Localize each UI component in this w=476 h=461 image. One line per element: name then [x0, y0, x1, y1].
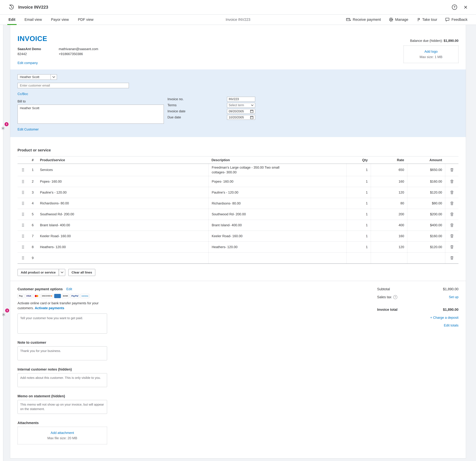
drag-handle[interactable] [17, 164, 28, 176]
history-icon[interactable] [8, 4, 14, 10]
qty-cell[interactable]: 1 [347, 198, 371, 209]
drag-handle[interactable] [17, 242, 28, 252]
description-cell[interactable]: Pauline's - 120.00 [208, 187, 347, 198]
drag-handle[interactable] [17, 187, 28, 198]
customer-email-input[interactable] [17, 83, 129, 88]
rate-cell[interactable]: 80 [371, 198, 407, 209]
description-cell[interactable] [208, 253, 347, 263]
rate-cell[interactable]: 400 [371, 220, 407, 230]
qty-cell[interactable]: 1 [347, 176, 371, 187]
rate-cell[interactable] [371, 253, 407, 263]
note-to-customer-textarea[interactable]: Thank you for your business. [17, 346, 107, 360]
add-attachment-dropzone[interactable]: Add attachment Max file size: 20 MB [17, 427, 107, 444]
add-attachment-link[interactable]: Add attachment [51, 431, 74, 435]
description-cell[interactable]: Southwood Rd- 200.00 [208, 209, 347, 220]
description-cell[interactable]: Richardsons- 80.00 [208, 198, 347, 209]
description-cell[interactable]: Keeler Road- 160.00 [208, 231, 347, 242]
add-logo-link[interactable]: Add logo [424, 50, 438, 54]
annotation-badge[interactable]: 3 [1, 122, 8, 130]
delete-row-button[interactable] [445, 198, 459, 209]
rate-cell[interactable]: 120 [371, 242, 407, 252]
product-cell[interactable]: Brant Island- 400.00 [37, 220, 208, 230]
amount-cell[interactable]: $120.00 [407, 187, 445, 198]
product-cell[interactable]: Keeler Road- 160.00 [37, 231, 208, 242]
charge-deposit-link[interactable]: + Charge a deposit [430, 316, 459, 320]
product-cell[interactable]: Popes- 160.00 [37, 176, 208, 187]
customer-select-value[interactable]: Heather Scott [17, 74, 51, 80]
amount-cell[interactable]: $400.00 [407, 220, 445, 230]
delete-row-button[interactable] [445, 176, 459, 187]
terms-select[interactable]: Select term [227, 103, 255, 108]
description-cell[interactable]: Freedman's Large cottage - 350.00 Two sm… [208, 164, 347, 176]
add-product-button[interactable]: Add product or service [17, 269, 59, 276]
tab-pdf-view[interactable]: PDF view [78, 15, 94, 25]
manage-button[interactable]: Manage [389, 17, 408, 22]
product-cell[interactable]: Services [37, 164, 208, 176]
add-product-dropdown-chevron-icon[interactable] [59, 269, 65, 276]
memo-textarea[interactable]: This memo will not show up on your invoi… [17, 400, 107, 414]
invoice-date-input[interactable]: 09/20/2005 [227, 109, 255, 114]
tab-email-view[interactable]: Email view [25, 15, 42, 25]
edit-company-link[interactable]: Edit company [17, 61, 38, 65]
edit-payment-options-link[interactable]: Edit [66, 287, 72, 291]
amount-cell[interactable]: $160.00 [407, 231, 445, 242]
edit-totals-link[interactable]: Edit totals [444, 323, 459, 327]
rate-cell[interactable]: 650 [371, 164, 407, 176]
sales-tax-setup-link[interactable]: Set up [449, 295, 459, 299]
qty-cell[interactable]: 1 [347, 164, 371, 176]
qty-cell[interactable]: 1 [347, 231, 371, 242]
drag-handle[interactable] [17, 253, 28, 263]
product-cell[interactable]: Richardsons- 80.00 [37, 198, 208, 209]
qty-cell[interactable] [347, 253, 371, 263]
drag-handle[interactable] [17, 198, 28, 209]
payment-message-textarea[interactable] [17, 313, 107, 334]
description-cell[interactable]: Brant Island- 400.00 [208, 220, 347, 230]
annotation-badge[interactable]: 3 [2, 309, 9, 316]
close-icon[interactable]: × [464, 4, 468, 10]
qty-cell[interactable]: 1 [347, 242, 371, 252]
qty-cell[interactable]: 1 [347, 220, 371, 230]
description-cell[interactable]: Heathers- 120.00 [208, 242, 347, 252]
tab-payor-view[interactable]: Payor view [51, 15, 69, 25]
edit-customer-link[interactable]: Edit Customer [17, 128, 39, 131]
help-icon[interactable]: ? [452, 5, 457, 10]
amount-cell[interactable]: $200.00 [407, 209, 445, 220]
activate-payments-link[interactable]: Activate payments [35, 306, 64, 310]
delete-row-button[interactable] [445, 231, 459, 242]
ccbcc-link[interactable]: Cc/Bcc [17, 92, 28, 96]
delete-row-button[interactable] [445, 220, 459, 230]
amount-cell[interactable]: $650.00 [407, 164, 445, 176]
drag-handle[interactable] [17, 231, 28, 242]
description-cell[interactable]: Popes- 160.00 [208, 176, 347, 187]
product-cell[interactable] [37, 253, 208, 263]
delete-row-button[interactable] [445, 209, 459, 220]
feedback-button[interactable]: Feedback [445, 17, 468, 22]
customer-select-chevron-icon[interactable] [51, 74, 57, 80]
product-cell[interactable]: Heathers- 120.00 [37, 242, 208, 252]
sales-tax-help-icon[interactable]: ? [393, 295, 397, 299]
amount-cell[interactable]: $120.00 [407, 242, 445, 252]
delete-row-button[interactable] [445, 164, 459, 176]
add-logo-dropzone[interactable]: Add logo Max size: 1 MB [404, 46, 459, 63]
invoice-no-input[interactable] [227, 97, 255, 102]
drag-handle[interactable] [17, 176, 28, 187]
amount-cell[interactable]: $160.00 [407, 176, 445, 187]
amount-cell[interactable] [407, 253, 445, 263]
drag-handle[interactable] [17, 209, 28, 220]
customer-select[interactable]: Heather Scott [17, 74, 57, 80]
delete-row-button[interactable] [445, 253, 459, 263]
qty-cell[interactable]: 1 [347, 209, 371, 220]
qty-cell[interactable]: 1 [347, 187, 371, 198]
receive-payment-button[interactable]: Receive payment [346, 17, 381, 22]
rate-cell[interactable]: 160 [371, 231, 407, 242]
due-date-input[interactable]: 10/20/2005 [227, 115, 255, 120]
delete-row-button[interactable] [445, 242, 459, 252]
rate-cell[interactable]: 120 [371, 187, 407, 198]
tab-edit[interactable]: Edit [8, 15, 15, 25]
rate-cell[interactable]: 200 [371, 209, 407, 220]
delete-row-button[interactable] [445, 187, 459, 198]
clear-all-lines-button[interactable]: Clear all lines [68, 269, 95, 276]
internal-notes-textarea[interactable] [17, 373, 107, 387]
amount-cell[interactable]: $80.00 [407, 198, 445, 209]
take-tour-button[interactable]: Take tour [416, 17, 437, 22]
